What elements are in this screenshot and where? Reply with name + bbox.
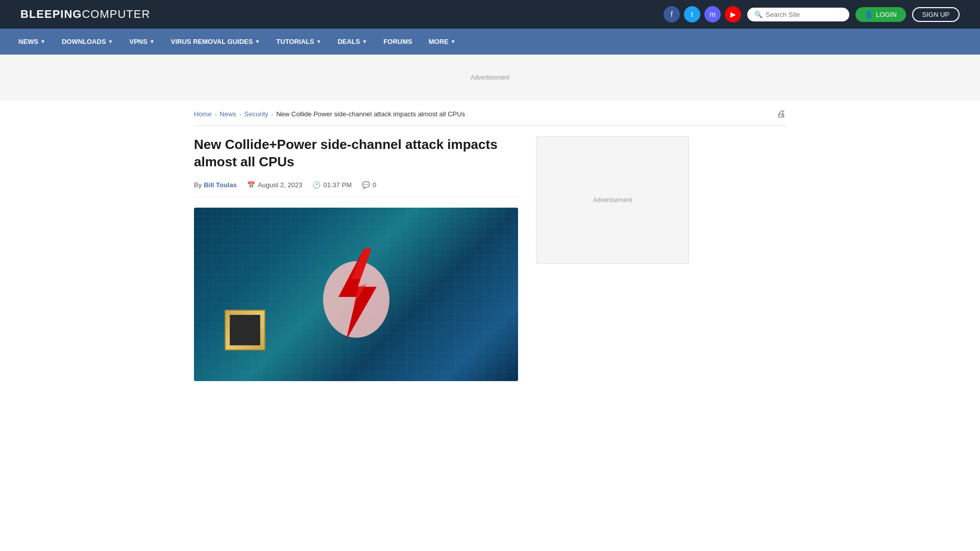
comment-icon: 💬 [362, 181, 370, 189]
logo-bold: BLEEPING [20, 8, 82, 20]
social-icons: f t m ▶ [664, 6, 741, 22]
tutorials-dropdown-arrow: ▼ [316, 39, 321, 44]
breadcrumb-news[interactable]: News [219, 110, 236, 118]
author-link[interactable]: Bill Toulas [204, 181, 237, 189]
meta-author: By Bill Toulas [194, 181, 237, 189]
meta-time: 🕐 01:37 PM [312, 181, 352, 189]
deals-dropdown-arrow: ▼ [362, 39, 367, 44]
article-time: 01:37 PM [323, 181, 352, 189]
article-date: August 2, 2023 [258, 181, 302, 189]
user-icon: 👤 [865, 11, 873, 18]
article-title: New Collide+Power side-channel attack im… [194, 136, 521, 171]
power-symbol-svg [315, 243, 397, 345]
clock-icon: 🕐 [312, 181, 321, 189]
nav-downloads[interactable]: DOWNLOADS ▼ [54, 29, 121, 55]
sidebar-ad: Advertisement [536, 136, 689, 264]
nav-news[interactable]: NEWS ▼ [10, 29, 54, 55]
logo-light: COMPUTER [82, 8, 150, 20]
breadcrumb-sep-2: › [239, 111, 241, 117]
mastodon-icon[interactable]: m [704, 6, 721, 22]
youtube-icon[interactable]: ▶ [725, 6, 741, 22]
comment-count: 0 [373, 181, 376, 189]
nav-virus-removal[interactable]: VIRUS REMOVAL GUIDES ▼ [163, 29, 268, 55]
meta-comments[interactable]: 💬 0 [362, 181, 376, 189]
cpu-chip [225, 310, 265, 350]
meta-date: 📅 August 2, 2023 [247, 181, 302, 189]
search-icon: 🔍 [754, 11, 763, 18]
main-nav: NEWS ▼ DOWNLOADS ▼ VPNS ▼ VIRUS REMOVAL … [0, 29, 980, 55]
twitter-icon[interactable]: t [684, 6, 700, 22]
by-label: By [194, 181, 202, 189]
print-icon[interactable]: 🖨 [777, 109, 786, 119]
login-button[interactable]: 👤 LOGIN [855, 7, 905, 22]
site-header: BLEEPINGCOMPUTER f t m ▶ 🔍 👤 LOGIN SIGN … [0, 0, 980, 29]
calendar-icon: 📅 [247, 181, 255, 189]
breadcrumb-bar: Home › News › Security › New Collide Pow… [194, 101, 786, 126]
signup-label: SIGN UP [922, 11, 949, 18]
article-hero-image [194, 208, 518, 381]
header-right: f t m ▶ 🔍 👤 LOGIN SIGN UP [664, 6, 960, 22]
site-logo[interactable]: BLEEPINGCOMPUTER [20, 8, 150, 21]
facebook-icon[interactable]: f [664, 6, 680, 22]
cpu-chip-inner [230, 315, 260, 345]
sidebar: Advertisement [536, 136, 689, 381]
breadcrumb-current: New Collide Power side-channel attack im… [276, 110, 465, 118]
nav-deals[interactable]: DEALS ▼ [329, 29, 375, 55]
vpns-dropdown-arrow: ▼ [150, 39, 155, 44]
search-box: 🔍 [747, 8, 849, 21]
breadcrumb-home[interactable]: Home [194, 110, 212, 118]
more-dropdown-arrow: ▼ [451, 39, 456, 44]
nav-more[interactable]: MORE ▼ [421, 29, 464, 55]
top-ad-banner: Advertisement [0, 55, 980, 101]
downloads-dropdown-arrow: ▼ [108, 39, 113, 44]
nav-vpns[interactable]: VPNS ▼ [121, 29, 162, 55]
breadcrumb-sep-1: › [215, 111, 217, 117]
breadcrumb-sep-3: › [272, 111, 274, 117]
article-meta: By Bill Toulas 📅 August 2, 2023 🕐 01:37 … [194, 181, 521, 197]
content-layout: New Collide+Power side-channel attack im… [194, 136, 786, 381]
search-input[interactable] [766, 11, 842, 18]
signup-button[interactable]: SIGN UP [912, 7, 960, 22]
login-label: LOGIN [876, 11, 896, 18]
breadcrumb: Home › News › Security › New Collide Pow… [194, 110, 465, 118]
news-dropdown-arrow: ▼ [40, 39, 45, 44]
article-main: New Collide+Power side-channel attack im… [194, 136, 521, 381]
breadcrumb-security[interactable]: Security [244, 110, 268, 118]
virus-dropdown-arrow: ▼ [255, 39, 260, 44]
nav-forums[interactable]: FORUMS [375, 29, 420, 55]
main-wrapper: Home › News › Security › New Collide Pow… [184, 101, 796, 381]
nav-tutorials[interactable]: TUTORIALS ▼ [268, 29, 329, 55]
